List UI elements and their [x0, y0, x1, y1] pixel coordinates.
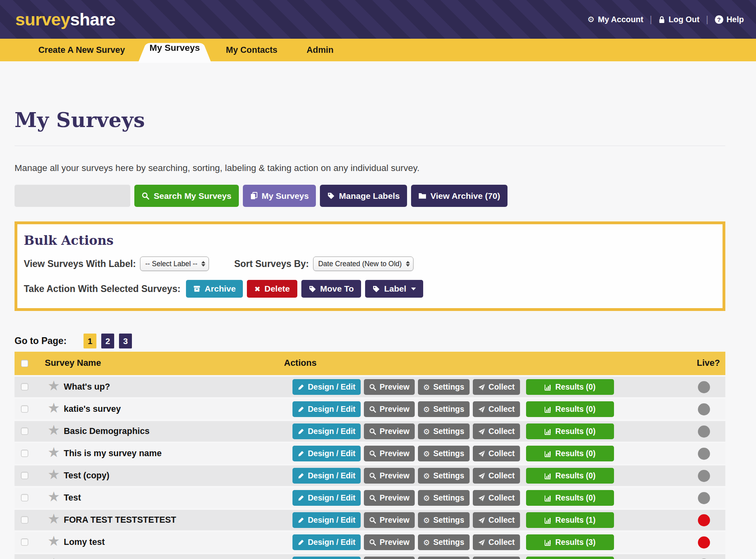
row-checkbox[interactable] — [21, 516, 28, 524]
results-button[interactable]: Results (0) — [526, 379, 614, 395]
preview-label: Preview — [380, 538, 409, 547]
preview-button[interactable]: Preview — [364, 446, 415, 461]
search-surveys-button[interactable]: Search My Surveys — [134, 185, 239, 207]
star-icon[interactable]: ★ — [48, 378, 60, 394]
design-edit-button[interactable]: Design / Edit — [292, 512, 361, 528]
row-checkbox[interactable] — [21, 494, 28, 501]
tab-my-contacts[interactable]: My Contacts — [226, 39, 278, 61]
preview-button[interactable]: Preview — [364, 468, 415, 484]
live-indicator — [698, 492, 710, 504]
collect-button[interactable]: Collect — [473, 401, 520, 417]
settings-button[interactable]: ⚙ Settings — [418, 512, 470, 528]
settings-button[interactable]: ⚙ Settings — [418, 534, 470, 550]
design-edit-label: Design / Edit — [308, 538, 355, 547]
results-button[interactable]: Results (3) — [526, 534, 614, 550]
row-checkbox[interactable] — [21, 383, 28, 390]
tab-my-surveys[interactable]: My Surveys — [138, 34, 211, 63]
design-edit-button[interactable]: Design / Edit — [292, 379, 361, 395]
help-link[interactable]: ? Help — [715, 15, 744, 24]
design-edit-button[interactable]: Design / Edit — [292, 423, 361, 439]
bulk-filter-row: View Surveys With Label: -- Select Label… — [24, 257, 716, 271]
label-label: Label — [384, 284, 406, 294]
design-edit-button[interactable]: Design / Edit — [292, 490, 361, 506]
preview-button[interactable]: Preview — [364, 534, 415, 550]
row-checkbox[interactable] — [21, 428, 28, 435]
archive-button[interactable]: Archive — [186, 280, 243, 298]
results-button[interactable]: Results (0) — [526, 557, 614, 559]
manage-labels-button[interactable]: Manage Labels — [320, 185, 407, 207]
results-button[interactable]: Results (0) — [526, 401, 614, 417]
star-icon[interactable]: ★ — [48, 400, 60, 416]
results-button[interactable]: Results (0) — [526, 490, 614, 506]
view-archive-button[interactable]: View Archive (70) — [411, 185, 507, 207]
results-button[interactable]: Results (0) — [526, 446, 614, 461]
settings-button[interactable]: ⚙ Settings — [418, 379, 470, 395]
row-checkbox[interactable] — [21, 405, 28, 413]
design-edit-label: Design / Edit — [308, 405, 355, 414]
settings-button[interactable]: ⚙ Settings — [418, 401, 470, 417]
label-dropdown-button[interactable]: Label — [365, 280, 423, 298]
design-edit-button[interactable]: Design / Edit — [292, 401, 361, 417]
my-surveys-button[interactable]: My Surveys — [243, 185, 316, 207]
settings-label: Settings — [433, 493, 464, 503]
bar-chart-icon — [544, 406, 552, 413]
settings-button[interactable]: ⚙ Settings — [418, 468, 470, 484]
search-input[interactable] — [15, 185, 130, 207]
row-checkbox[interactable] — [21, 450, 28, 457]
view-label-text: View Surveys With Label: — [24, 259, 136, 269]
star-icon[interactable]: ★ — [48, 444, 60, 460]
results-button[interactable]: Results (1) — [526, 512, 614, 528]
collect-label: Collect — [489, 382, 515, 392]
preview-button[interactable]: Preview — [364, 512, 415, 528]
gear-icon: ⚙ — [423, 494, 430, 503]
settings-button[interactable]: ⚙ Settings — [418, 490, 470, 506]
collect-button[interactable]: Collect — [473, 423, 520, 439]
collect-button[interactable]: Collect — [473, 468, 520, 484]
design-edit-button[interactable]: Design / Edit — [292, 446, 361, 461]
delete-button[interactable]: ✖ Delete — [247, 280, 297, 298]
move-to-button[interactable]: Move To — [301, 280, 361, 298]
design-edit-button[interactable]: Design / Edit — [292, 468, 361, 484]
archive-label: Archive — [205, 284, 236, 294]
star-icon[interactable]: ★ — [48, 422, 60, 438]
design-edit-button[interactable]: Design / Edit — [292, 534, 361, 550]
collect-button[interactable]: Collect — [473, 512, 520, 528]
label-select[interactable]: -- Select Label -- — [140, 257, 209, 271]
star-icon[interactable]: ★ — [48, 533, 60, 549]
pencil-icon — [298, 406, 305, 413]
settings-button[interactable]: ⚙ Settings — [418, 557, 470, 559]
collect-button[interactable]: Collect — [473, 379, 520, 395]
design-edit-button[interactable]: Design / Edit — [292, 557, 361, 559]
collect-button[interactable]: Collect — [473, 490, 520, 506]
tab-admin[interactable]: Admin — [307, 39, 334, 61]
log-out-link[interactable]: Log Out — [658, 15, 700, 24]
preview-button[interactable]: Preview — [364, 490, 415, 506]
preview-button[interactable]: Preview — [364, 557, 415, 559]
row-checkbox[interactable] — [21, 472, 28, 479]
settings-button[interactable]: ⚙ Settings — [418, 446, 470, 461]
settings-button[interactable]: ⚙ Settings — [418, 423, 470, 439]
select-all-checkbox[interactable] — [21, 360, 28, 367]
page-button-1[interactable]: 1 — [84, 334, 96, 348]
preview-button[interactable]: Preview — [364, 401, 415, 417]
star-icon[interactable]: ★ — [48, 555, 60, 559]
preview-button[interactable]: Preview — [364, 423, 415, 439]
row-checkbox[interactable] — [21, 538, 28, 546]
star-icon[interactable]: ★ — [48, 466, 60, 482]
preview-button[interactable]: Preview — [364, 379, 415, 395]
results-label: Results (3) — [555, 538, 595, 547]
page-button-3[interactable]: 3 — [119, 334, 132, 348]
collect-button[interactable]: Collect — [473, 557, 520, 559]
sort-select[interactable]: Date Created (New to Old) — [313, 257, 414, 271]
table-row: ★ Rating Scale Copy Test (copy) Design /… — [15, 554, 725, 559]
results-button[interactable]: Results (0) — [526, 423, 614, 439]
results-button[interactable]: Results (0) — [526, 468, 614, 484]
my-account-link[interactable]: ⚙ My Account — [587, 15, 643, 24]
tab-create-new-survey[interactable]: Create A New Survey — [38, 39, 125, 61]
star-icon[interactable]: ★ — [48, 511, 60, 527]
star-icon[interactable]: ★ — [48, 488, 60, 505]
collect-button[interactable]: Collect — [473, 446, 520, 461]
page-button-2[interactable]: 2 — [101, 334, 114, 348]
results-label: Results (0) — [555, 427, 595, 436]
collect-button[interactable]: Collect — [473, 534, 520, 550]
